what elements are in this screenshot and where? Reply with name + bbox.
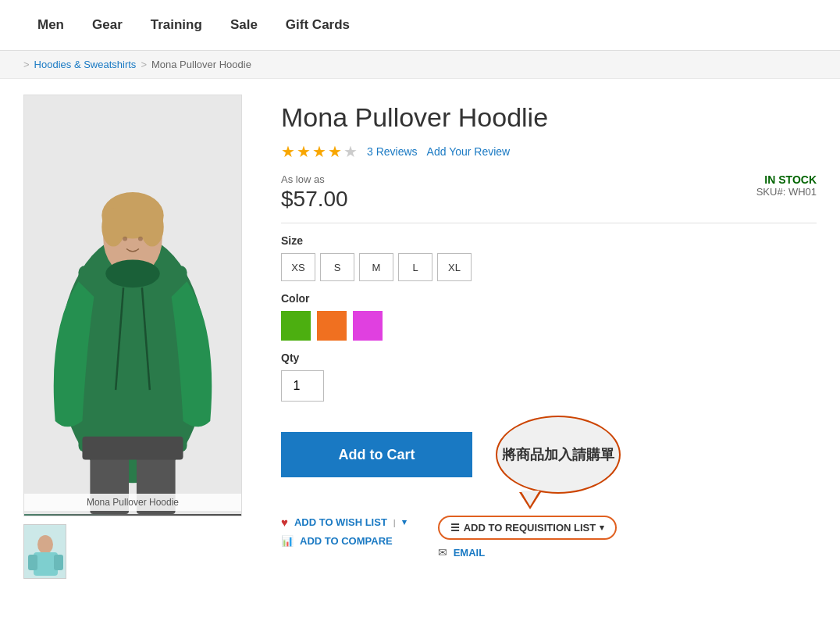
size-l[interactable]: L	[398, 253, 432, 281]
star-rating: ★ ★ ★ ★ ★	[281, 142, 358, 161]
stock-info: IN STOCK SKU#: WH01	[756, 173, 817, 198]
product-images: Mona Pullover Hoodie	[23, 95, 250, 579]
color-label: Color	[281, 292, 817, 305]
svg-rect-14	[82, 437, 183, 460]
breadcrumb-arrow: >	[23, 59, 30, 70]
thumbnail-1[interactable]	[23, 524, 66, 579]
nav-gift-cards[interactable]: Gift Cards	[272, 0, 364, 51]
bottom-left-actions: ♥ ADD TO WISH LIST | ▾ 📊 ADD TO COMPARE	[281, 516, 407, 547]
sku-label: SKU#:	[756, 186, 786, 198]
star-2: ★	[297, 142, 311, 161]
svg-point-16	[37, 535, 53, 554]
size-label: Size	[281, 234, 817, 247]
size-xl[interactable]: XL	[437, 253, 472, 281]
wish-list-separator: |	[393, 518, 396, 527]
wish-list-chevron: ▾	[402, 517, 407, 527]
product-page: Mona Pullover Hoodie Mona Pullover Hoodl…	[0, 79, 840, 594]
sku: SKU#: WH01	[756, 186, 817, 198]
compare-link[interactable]: ADD TO COMPARE	[300, 535, 393, 547]
svg-rect-18	[28, 555, 37, 570]
color-orange[interactable]	[317, 311, 347, 341]
svg-point-6	[141, 208, 164, 247]
requisition-list-button[interactable]: ☰ ADD TO REQUISITION LIST ▾	[438, 516, 618, 540]
rating-row: ★ ★ ★ ★ ★ 3 Reviews Add Your Review	[281, 142, 817, 161]
size-xs[interactable]: XS	[281, 253, 315, 281]
price-section: As low as $57.00	[281, 173, 348, 212]
breadcrumb: > Hoodies & Sweatshirts > Mona Pullover …	[0, 51, 840, 79]
list-icon: ☰	[450, 522, 460, 534]
req-list-chevron: ▾	[600, 523, 604, 533]
email-row: ✉ EMAIL	[438, 546, 618, 559]
wish-list-row: ♥ ADD TO WISH LIST | ▾	[281, 516, 407, 529]
speech-bubble-text: 將商品加入請購單	[502, 445, 614, 464]
compare-icon: 📊	[281, 535, 294, 547]
bottom-actions: ♥ ADD TO WISH LIST | ▾ 📊 ADD TO COMPARE …	[281, 516, 817, 559]
as-low-as-label: As low as	[281, 173, 348, 185]
speech-bubble-container: 將商品加入請購單	[496, 416, 621, 494]
size-m[interactable]: M	[359, 253, 393, 281]
svg-point-5	[101, 208, 125, 247]
svg-rect-19	[54, 555, 63, 570]
heart-icon: ♥	[281, 516, 288, 529]
right-actions: ☰ ADD TO REQUISITION LIST ▾ ✉ EMAIL	[438, 516, 618, 559]
compare-row: 📊 ADD TO COMPARE	[281, 535, 407, 547]
email-icon: ✉	[438, 546, 447, 559]
wish-list-link[interactable]: ADD TO WISH LIST	[294, 516, 387, 528]
review-count[interactable]: 3 Reviews	[367, 145, 418, 158]
product-photo: Mona Pullover Hoodie	[23, 95, 242, 516]
color-selector	[281, 311, 817, 341]
breadcrumb-current: Mona Pullover Hoodie	[151, 59, 251, 70]
star-4: ★	[328, 142, 342, 161]
qty-label: Qty	[281, 352, 817, 364]
qty-row: Qty	[281, 352, 817, 402]
star-1: ★	[281, 142, 295, 161]
main-nav: Men Gear Training Sale Gift Cards	[0, 0, 840, 51]
svg-rect-2	[79, 266, 187, 452]
price-value: $57.00	[281, 187, 348, 212]
nav-training[interactable]: Training	[137, 0, 216, 51]
email-link[interactable]: EMAIL	[454, 547, 485, 559]
star-5: ★	[343, 142, 358, 161]
color-green[interactable]	[281, 311, 311, 341]
thumbnail-list	[23, 524, 250, 579]
nav-men[interactable]: Men	[23, 0, 78, 51]
main-image: Mona Pullover Hoodie	[23, 95, 242, 516]
qty-input[interactable]	[281, 370, 324, 402]
color-purple[interactable]	[353, 311, 383, 341]
in-stock-badge: IN STOCK	[756, 173, 817, 186]
breadcrumb-separator: >	[141, 59, 147, 70]
svg-point-7	[123, 237, 127, 241]
sku-value: WH01	[788, 186, 817, 198]
wish-list-dropdown[interactable]: ▾	[402, 517, 407, 527]
product-title: Mona Pullover Hoodlie	[281, 102, 817, 133]
add-review-link[interactable]: Add Your Review	[427, 145, 511, 158]
speech-bubble: 將商品加入請購單	[496, 416, 621, 494]
price-row: As low as $57.00 IN STOCK SKU#: WH01	[281, 173, 817, 212]
product-info: Mona Pullover Hoodlie ★ ★ ★ ★ ★ 3 Review…	[281, 95, 817, 579]
star-3: ★	[312, 142, 326, 161]
add-to-cart-button[interactable]: Add to Cart	[281, 432, 472, 477]
breadcrumb-parent[interactable]: Hoodies & Sweatshirts	[34, 59, 137, 70]
size-selector: XS S M L XL	[281, 253, 817, 281]
svg-point-9	[105, 259, 160, 287]
svg-point-8	[138, 237, 143, 241]
nav-gear[interactable]: Gear	[78, 0, 137, 51]
size-s[interactable]: S	[320, 253, 354, 281]
nav-sale[interactable]: Sale	[216, 0, 272, 51]
image-caption: Mona Pullover Hoodie	[24, 494, 241, 511]
price-divider	[281, 223, 817, 223]
req-list-label: ADD TO REQUISITION LIST	[464, 522, 596, 534]
